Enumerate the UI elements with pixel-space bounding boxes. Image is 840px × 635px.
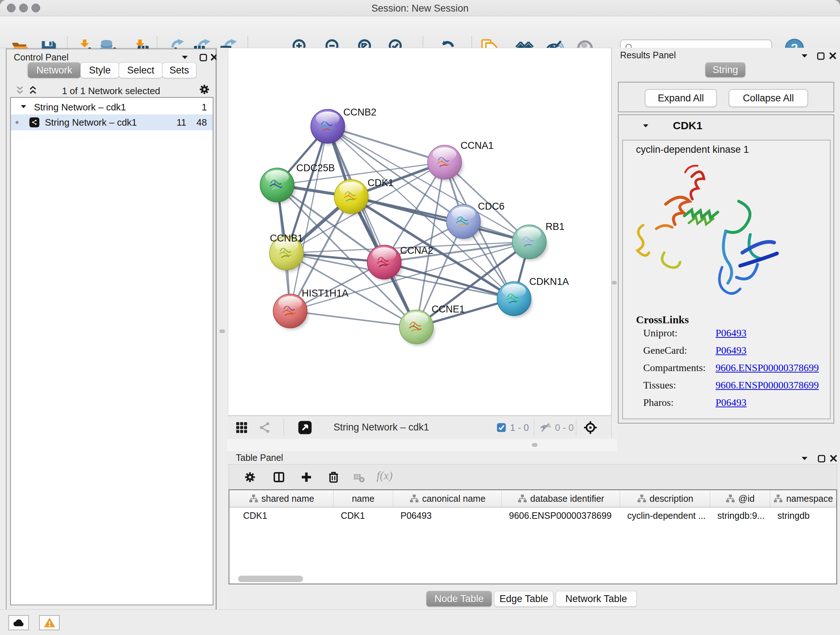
column-header-label: canonical name: [422, 494, 485, 504]
network-node-rb1[interactable]: [512, 225, 548, 261]
hidden-eye-icon: [540, 422, 551, 433]
network-canvas[interactable]: CCNB2CCNA1CDC25BCDK1CDC6RB1CCNB1CCNA2CDK…: [228, 48, 611, 416]
crosslink-row: Uniprot:P06493: [643, 327, 824, 339]
crosslinks-heading: CrossLinks: [636, 314, 689, 326]
node-table[interactable]: shared namenamecanonical namedatabase id…: [229, 489, 837, 584]
network-view-name: String Network – cdk1: [333, 422, 429, 433]
protein-name-heading: CDK1: [673, 119, 703, 132]
node-label-ccnb1: CCNB1: [270, 233, 303, 244]
divider: [284, 419, 284, 436]
crosslink-row: Pharos:P06493: [643, 397, 824, 409]
selected-checkbox-icon[interactable]: [496, 423, 507, 432]
column-header-label: shared name: [262, 494, 314, 504]
column-header--id[interactable]: @id: [710, 490, 770, 507]
delete-column-icon[interactable]: [327, 470, 340, 484]
tab-style[interactable]: Style: [80, 62, 119, 78]
table-cell[interactable]: CDK1: [333, 508, 393, 524]
crosslink-value-link[interactable]: P06493: [715, 345, 747, 356]
right-splitter-handle[interactable]: [612, 281, 617, 285]
network-node-ccna1[interactable]: [428, 145, 463, 181]
column-header-label: description: [650, 494, 693, 504]
column-header-namespace[interactable]: namespace: [770, 490, 836, 507]
table-cell[interactable]: P06493: [393, 508, 502, 524]
table-cell[interactable]: stringdb:9...: [710, 508, 770, 524]
crosslink-label: Compartments:: [643, 362, 715, 374]
app-window: Session: New Session ? Control Panel 1 o…: [0, 0, 840, 635]
network-node-cdc6[interactable]: [447, 204, 482, 241]
table-row[interactable]: CDK1CDK1P064939606.ENSP00000378699cyclin…: [229, 508, 836, 524]
crosshair-icon[interactable]: [583, 420, 598, 435]
title-bar: Session: New Session: [0, 0, 840, 16]
tab-select[interactable]: Select: [118, 62, 163, 78]
column-header-name[interactable]: name: [333, 490, 393, 507]
network-view-toolbar: String Network – cdk1 1 - 0 0 - 0: [228, 416, 611, 439]
network-node-cdkn1a[interactable]: [497, 282, 532, 318]
table-tabs: Node TableEdge TableNetwork Table: [426, 591, 639, 606]
network-node-ccne1[interactable]: [399, 310, 435, 346]
left-splitter-handle[interactable]: [219, 329, 225, 333]
add-column-icon[interactable]: [300, 470, 313, 484]
left-splitter[interactable]: [216, 48, 229, 609]
tab-edge-table[interactable]: Edge Table: [494, 591, 554, 607]
network-node-ccna2[interactable]: [367, 245, 403, 281]
network-node-hist1h1a[interactable]: [273, 294, 309, 330]
crosslink-value-link[interactable]: P06493: [715, 327, 747, 339]
crosslink-label: Pharos:: [643, 397, 715, 409]
column-header-shared-name[interactable]: shared name: [229, 490, 333, 507]
results-actions-box: Expand All Collapse All: [618, 82, 834, 112]
float-panel-icon[interactable]: [816, 51, 826, 61]
tab-node-table[interactable]: Node Table: [426, 591, 492, 607]
crosslink-label: GeneCard:: [643, 345, 715, 356]
warning-icon: [43, 616, 56, 629]
tab-network-table[interactable]: Network Table: [556, 591, 637, 607]
network-view-icon[interactable]: [258, 421, 271, 434]
crosslink-value-link[interactable]: 9606.ENSP00000378699: [715, 362, 819, 374]
tab-string[interactable]: String: [705, 62, 745, 78]
column-header-database-identifier[interactable]: database identifier: [502, 490, 620, 507]
horizontal-scrollbar-thumb[interactable]: [238, 576, 303, 582]
network-node-cdk1[interactable]: [334, 180, 370, 215]
table-cell[interactable]: 9606.ENSP00000378699: [502, 508, 620, 524]
table-cell[interactable]: CDK1: [229, 508, 333, 524]
cloud-button[interactable]: [8, 615, 29, 630]
birdseye-view-icon[interactable]: [298, 420, 312, 435]
horizontal-splitter-handle[interactable]: [532, 443, 538, 447]
collapse-panel-icon[interactable]: [800, 52, 809, 61]
close-panel-icon[interactable]: [829, 51, 837, 60]
show-columns-icon[interactable]: [272, 470, 286, 484]
delete-table-icon: [354, 472, 365, 483]
network-node-cdc25b[interactable]: [260, 168, 295, 204]
protein-structure-image: [631, 158, 790, 310]
node-label-cdkn1a: CDKN1A: [529, 276, 569, 287]
table-options-gear-icon[interactable]: [243, 470, 256, 484]
expand-all-button[interactable]: Expand All: [645, 89, 717, 107]
table-cell[interactable]: cyclin-dependent ...: [620, 508, 710, 524]
table-cell[interactable]: stringdb: [770, 508, 836, 524]
grid-view-icon[interactable]: [235, 421, 248, 434]
node-label-ccne1: CCNE1: [431, 304, 465, 315]
protein-description: cyclin-dependent kinase 1: [636, 144, 749, 155]
collapse-panel-icon[interactable]: [800, 455, 809, 463]
collapse-all-button[interactable]: Collapse All: [729, 89, 808, 107]
node-label-ccnb2: CCNB2: [343, 107, 377, 118]
function-builder-icon: f(x): [377, 469, 393, 482]
node-label-cdc6: CDC6: [478, 201, 505, 212]
float-panel-icon[interactable]: [817, 454, 826, 463]
crosslink-value-link[interactable]: 9606.ENSP00000378699: [715, 379, 819, 391]
crosslink-row: Tissues:9606.ENSP00000378699: [643, 379, 824, 391]
column-header-canonical-name[interactable]: canonical name: [393, 490, 502, 507]
column-header-description[interactable]: description: [620, 490, 710, 507]
tab-network[interactable]: Network: [27, 62, 81, 78]
results-panel: Results Panel String Expand All Collapse…: [617, 48, 840, 451]
network-edge[interactable]: [290, 126, 328, 311]
network-edge[interactable]: [290, 311, 416, 327]
node-label-hist1h1a: HIST1H1A: [302, 288, 348, 299]
network-graph[interactable]: CCNB2CCNA1CDC25BCDK1CDC6RB1CCNB1CCNA2CDK…: [228, 48, 611, 415]
table-toolbar: f(x): [229, 464, 837, 489]
network-column-icon: [725, 494, 736, 504]
close-panel-icon[interactable]: [829, 454, 838, 463]
crosslink-value-link[interactable]: P06493: [715, 397, 747, 409]
section-collapse-icon[interactable]: [642, 122, 650, 130]
tab-sets[interactable]: Sets: [162, 62, 196, 78]
warnings-button[interactable]: [39, 615, 60, 630]
